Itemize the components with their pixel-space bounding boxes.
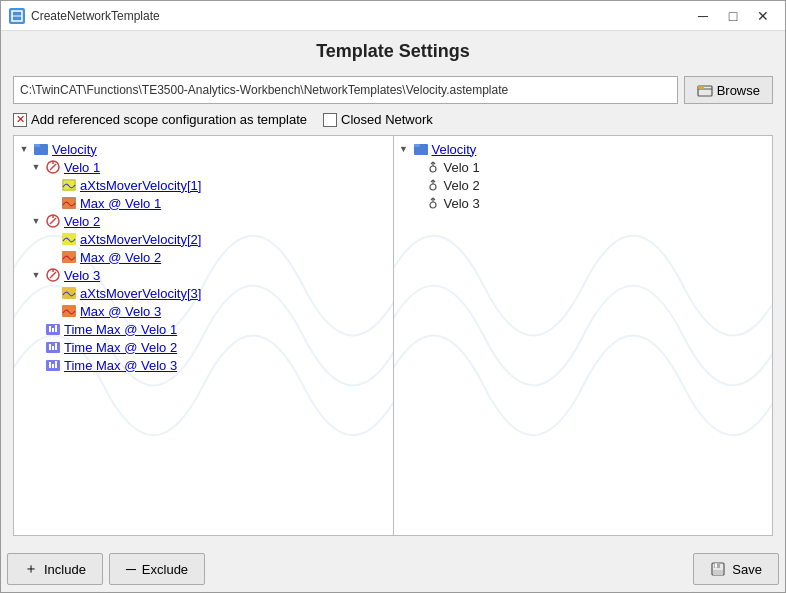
maximize-button[interactable]: □ (719, 5, 747, 27)
toggle-velo2[interactable]: ▼ (30, 215, 42, 227)
include-label: Include (44, 562, 86, 577)
add-scope-label: Add referenced scope configuration as te… (31, 112, 307, 127)
svg-rect-26 (55, 325, 57, 332)
left-max-v2[interactable]: ▶ Max @ Velo 2 (14, 248, 393, 266)
left-max-v1[interactable]: ▶ Max @ Velo 1 (14, 194, 393, 212)
max-v2-icon (61, 249, 77, 265)
left-max-v2-label: Max @ Velo 2 (80, 250, 161, 265)
right-root-label: Velocity (432, 142, 477, 157)
left-tree-root[interactable]: ▼ Velocity (14, 140, 393, 158)
svg-line-19 (50, 272, 56, 278)
left-max-v3-label: Max @ Velo 3 (80, 304, 161, 319)
svg-rect-3 (698, 86, 704, 89)
time-v2-icon (45, 339, 61, 355)
right-velo2-icon (425, 177, 441, 193)
toggle-root[interactable]: ▼ (18, 143, 30, 155)
include-icon: ＋ (24, 560, 38, 578)
svg-point-45 (430, 202, 436, 208)
left-axts-v1-label: aXtsMoverVelocity[1] (80, 178, 201, 193)
browse-icon (697, 82, 713, 98)
file-row: Browse (13, 76, 773, 104)
max-v3-icon (61, 303, 77, 319)
left-time-v3-label: Time Max @ Velo 3 (64, 358, 177, 373)
add-scope-checkbox[interactable]: ✕ (13, 113, 27, 127)
max-v1-icon (61, 195, 77, 211)
right-velo1-label: Velo 1 (444, 160, 480, 175)
svg-rect-33 (52, 364, 54, 368)
left-velo2-group[interactable]: ▼ Velo 2 (14, 212, 393, 230)
app-icon (9, 8, 25, 24)
right-velo2-label: Velo 2 (444, 178, 480, 193)
right-velo2[interactable]: ▶ Velo 2 (394, 176, 773, 194)
main-window: CreateNetworkTemplate ─ □ ✕ Template Set… (0, 0, 786, 593)
root-icon (33, 141, 49, 157)
svg-rect-51 (715, 564, 717, 568)
right-velo3[interactable]: ▶ Velo 3 (394, 194, 773, 212)
left-time-v2[interactable]: ▶ Time Max @ Velo 2 (14, 338, 393, 356)
svg-line-14 (50, 218, 56, 224)
exclude-button[interactable]: ─ Exclude (109, 553, 205, 585)
include-button[interactable]: ＋ Include (7, 553, 103, 585)
svg-point-41 (430, 184, 436, 190)
axts-v2-icon (61, 231, 77, 247)
right-velo1[interactable]: ▶ Velo 1 (394, 158, 773, 176)
left-velo2-label: Velo 2 (64, 214, 100, 229)
left-velo1-group[interactable]: ▼ Velo 1 (14, 158, 393, 176)
axts-v1-icon (61, 177, 77, 193)
svg-line-7 (50, 164, 56, 170)
left-axts-v3[interactable]: ▶ aXtsMoverVelocity[3] (14, 284, 393, 302)
velo2-icon (45, 213, 61, 229)
content-area: Template Settings Browse ✕ Add reference… (1, 31, 785, 546)
minimize-button[interactable]: ─ (689, 5, 717, 27)
exclude-icon: ─ (126, 561, 136, 577)
velo3-icon (45, 267, 61, 283)
save-button[interactable]: Save (693, 553, 779, 585)
toggle-velo1[interactable]: ▼ (30, 161, 42, 173)
svg-rect-5 (34, 144, 40, 147)
left-tree-panel: ▼ Velocity ▼ (14, 136, 394, 535)
svg-rect-25 (52, 328, 54, 332)
left-time-v1[interactable]: ▶ Time Max @ Velo 1 (14, 320, 393, 338)
time-v1-icon (45, 321, 61, 337)
closed-network-checkbox[interactable] (323, 113, 337, 127)
svg-rect-30 (55, 343, 57, 350)
save-label: Save (732, 562, 762, 577)
left-axts-v3-label: aXtsMoverVelocity[3] (80, 286, 201, 301)
right-velo3-label: Velo 3 (444, 196, 480, 211)
svg-rect-36 (414, 144, 420, 147)
svg-rect-24 (49, 326, 51, 332)
velo1-icon (45, 159, 61, 175)
panels-container: ▼ Velocity ▼ (13, 135, 773, 536)
svg-rect-28 (49, 344, 51, 350)
left-time-v1-label: Time Max @ Velo 1 (64, 322, 177, 337)
right-toggle-root[interactable]: ▼ (398, 143, 410, 155)
browse-label: Browse (717, 83, 760, 98)
left-velo3-label: Velo 3 (64, 268, 100, 283)
left-axts-v2[interactable]: ▶ aXtsMoverVelocity[2] (14, 230, 393, 248)
file-path-input[interactable] (13, 76, 678, 104)
title-bar: CreateNetworkTemplate ─ □ ✕ (1, 1, 785, 31)
left-root-label: Velocity (52, 142, 97, 157)
toggle-velo3[interactable]: ▼ (30, 269, 42, 281)
axts-v3-icon (61, 285, 77, 301)
add-scope-checkbox-label[interactable]: ✕ Add referenced scope configuration as … (13, 112, 307, 127)
right-tree-root[interactable]: ▼ Velocity (394, 140, 773, 158)
svg-rect-52 (713, 570, 723, 575)
left-time-v2-label: Time Max @ Velo 2 (64, 340, 177, 355)
closed-network-checkbox-label[interactable]: Closed Network (323, 112, 433, 127)
right-root-icon (413, 141, 429, 157)
time-v3-icon (45, 357, 61, 373)
close-button[interactable]: ✕ (749, 5, 777, 27)
footer-left-buttons: ＋ Include ─ Exclude (7, 553, 205, 585)
left-max-v3[interactable]: ▶ Max @ Velo 3 (14, 302, 393, 320)
svg-rect-29 (52, 346, 54, 350)
right-velo3-icon (425, 195, 441, 211)
right-tree-panel: ▼ Velocity ▶ (394, 136, 773, 535)
browse-button[interactable]: Browse (684, 76, 773, 104)
exclude-label: Exclude (142, 562, 188, 577)
left-velo3-group[interactable]: ▼ Velo 3 (14, 266, 393, 284)
left-axts-v1[interactable]: ▶ aXtsMoverVelocity[1] (14, 176, 393, 194)
save-icon (710, 561, 726, 577)
left-time-v3[interactable]: ▶ Time Max @ Velo 3 (14, 356, 393, 374)
left-velo1-label: Velo 1 (64, 160, 100, 175)
